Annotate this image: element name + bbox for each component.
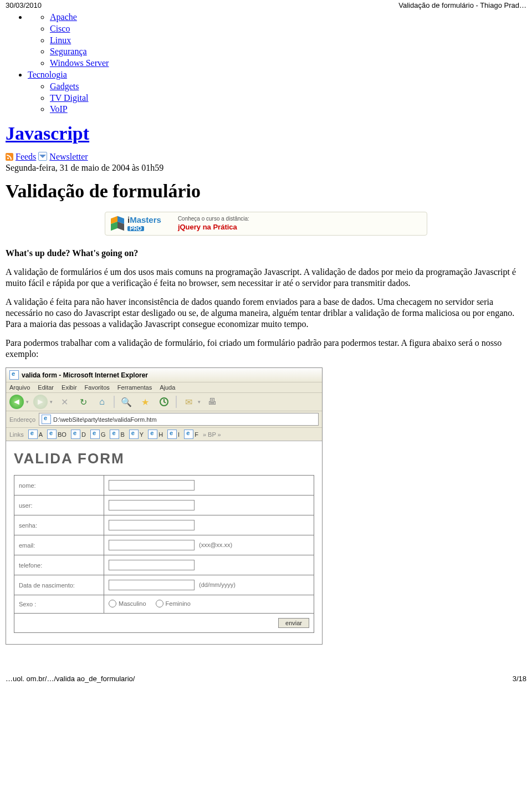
nav-list: Apache Cisco Linux Segurança Windows Ser… [6, 12, 526, 115]
nav-windows-server[interactable]: Windows Server [50, 58, 109, 68]
browser-titlebar: valida form - Microsoft Internet Explore… [6, 368, 322, 382]
menu-ajuda[interactable]: Ajuda [160, 384, 175, 391]
browser-address-bar: Endereço D:\webSite\party\teste\validaFo… [6, 411, 322, 428]
link-y[interactable]: Y [129, 430, 144, 439]
article-body: What's up dude? What's going on? A valid… [6, 248, 526, 360]
promo-logo: iMasters PRO [111, 216, 161, 231]
link-h[interactable]: H [148, 430, 163, 439]
form-table: nome: user: senha: email: (xxx@xx.xx) te… [14, 475, 314, 633]
browser-screenshot: valida form - Microsoft Internet Explore… [6, 367, 323, 645]
link-i[interactable]: I [167, 430, 180, 439]
label-nome: nome: [14, 476, 104, 495]
submit-button[interactable]: enviar [278, 618, 309, 628]
fwd-dropdown-icon[interactable]: ▾ [50, 399, 53, 405]
link-a[interactable]: A [28, 430, 43, 439]
print-icon[interactable]: 🖶 [205, 395, 219, 409]
label-nascimento: Data de nascimento: [14, 575, 104, 595]
paragraph-3: A validação é feita para não haver incon… [6, 297, 526, 330]
menu-arquivo[interactable]: Arquivo [9, 384, 30, 391]
promo-box[interactable]: iMasters PRO Conheça o curso a distância… [105, 212, 427, 236]
menu-exibir[interactable]: Exibir [62, 384, 77, 391]
promo-logo-text: iMasters PRO [127, 216, 161, 231]
mail-icon[interactable]: ✉ [181, 395, 196, 409]
footer-url: …uol. om.br/…/valida ao_de_formulario/ [6, 675, 135, 683]
row-telefone: telefone: [14, 555, 314, 575]
input-telefone[interactable] [109, 560, 195, 570]
menu-editar[interactable]: Editar [38, 384, 54, 391]
promo-logo-cube-icon [111, 217, 124, 231]
nav-apache[interactable]: Apache [50, 12, 77, 22]
print-header: 30/03/2010 Validação de formulário - Thi… [6, 0, 526, 11]
nav-cisco[interactable]: Cisco [50, 24, 70, 33]
category-heading: Javascript [6, 123, 526, 144]
back-icon[interactable]: ◄ [9, 395, 24, 409]
row-submit: enviar [14, 614, 314, 633]
nav-tecnologia[interactable]: Tecnologia [28, 70, 67, 79]
menu-ferramentas[interactable]: Ferramentas [117, 384, 152, 391]
link-g[interactable]: G [90, 430, 106, 439]
browser-window-title: valida form - Microsoft Internet Explore… [22, 371, 148, 379]
stop-icon[interactable]: ✕ [57, 395, 71, 409]
feeds-link[interactable]: Feeds [16, 152, 36, 161]
nav-gadgets[interactable]: Gadgets [50, 81, 79, 91]
nav-tvdigital[interactable]: TV Digital [50, 93, 88, 103]
home-icon[interactable]: ⌂ [95, 395, 109, 409]
nav-linux[interactable]: Linux [50, 35, 71, 45]
paragraph-2: A validação de formulários é um dos usos… [6, 267, 526, 289]
promo-label: Conheça o curso a distância: [178, 216, 249, 222]
label-telefone: telefone: [14, 555, 104, 575]
rss-icon [6, 153, 13, 161]
label-email: email: [14, 535, 104, 555]
promo-link[interactable]: jQuery na Prática [178, 223, 237, 231]
address-input[interactable]: D:\webSite\party\teste\validaForm.htm [39, 413, 319, 426]
input-senha[interactable] [109, 520, 195, 530]
print-footer: …uol. om.br/…/valida ao_de_formulario/ 3… [6, 673, 526, 686]
newsletter-link[interactable]: Newsletter [49, 152, 88, 161]
search-icon[interactable]: 🔍 [119, 395, 134, 409]
back-dropdown-icon[interactable]: ▾ [26, 399, 29, 405]
browser-toolbar: ◄ ▾ ► ▾ ✕ ↻ ⌂ 🔍 ★ ✉ ▾ 🖶 [6, 393, 322, 411]
radio-feminino[interactable]: Feminino [156, 600, 191, 607]
hint-nascimento: (dd/mm/yyyy) [199, 581, 236, 588]
nav-voip[interactable]: VoIP [50, 104, 68, 114]
history-icon[interactable] [157, 395, 171, 409]
address-label: Endereço [9, 416, 35, 423]
favorites-icon[interactable]: ★ [138, 395, 152, 409]
newsletter-icon [38, 152, 47, 161]
nav-seguranca[interactable]: Segurança [50, 47, 87, 56]
link-f[interactable]: F [184, 430, 198, 439]
link-b[interactable]: B [110, 430, 124, 439]
input-email[interactable] [109, 540, 195, 550]
input-nascimento[interactable] [109, 580, 195, 590]
nav-sublist-tecnologia: Gadgets TV Digital VoIP [28, 81, 526, 115]
category-link[interactable]: Javascript [6, 123, 89, 144]
footer-page: 3/18 [513, 675, 526, 683]
label-senha: senha: [14, 515, 104, 535]
input-nome[interactable] [109, 480, 195, 491]
link-bo[interactable]: BO [47, 430, 66, 439]
links-overflow[interactable]: » BP » [203, 431, 221, 438]
links-label: Links [9, 431, 24, 438]
address-page-icon [42, 415, 51, 424]
address-value: D:\webSite\party\teste\validaForm.htm [53, 416, 156, 423]
forward-icon[interactable]: ► [33, 395, 48, 409]
input-user[interactable] [109, 500, 195, 510]
print-date: 30/03/2010 [6, 1, 42, 9]
print-title: Validação de formulário - Thiago Prad… [398, 1, 526, 9]
intro-bold: What's up dude? What's going on? [6, 248, 138, 258]
menu-favoritos[interactable]: Favoritos [85, 384, 110, 391]
mail-dropdown-icon[interactable]: ▾ [198, 399, 201, 405]
label-user: user: [14, 495, 104, 515]
row-email: email: (xxx@xx.xx) [14, 535, 314, 555]
browser-links-bar: Links A BO D G B Y H I F » BP » [6, 428, 322, 441]
link-d[interactable]: D [71, 430, 86, 439]
article-title: Validação de formulário [6, 181, 526, 202]
radio-masculino[interactable]: Masculino [109, 600, 146, 607]
browser-content: VALIDA FORM nome: user: senha: email: (x… [6, 441, 322, 644]
paragraph-4: Para podermos trabalhar com a validação … [6, 338, 526, 360]
row-sexo: Sexo : Masculino Feminino [14, 595, 314, 614]
refresh-icon[interactable]: ↻ [76, 395, 90, 409]
label-sexo: Sexo : [14, 595, 104, 614]
row-senha: senha: [14, 515, 314, 535]
article-datetime: Segunda-feira, 31 de maio de 2004 às 01h… [6, 163, 526, 173]
